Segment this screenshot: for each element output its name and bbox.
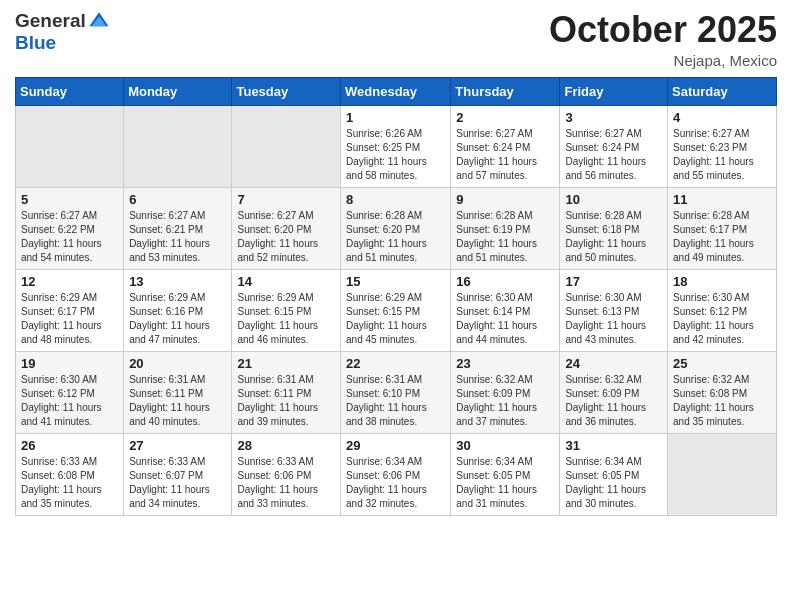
day-number: 19 bbox=[21, 356, 118, 371]
day-info: Sunrise: 6:32 AMSunset: 6:08 PMDaylight:… bbox=[673, 373, 771, 429]
day-info: Sunrise: 6:31 AMSunset: 6:10 PMDaylight:… bbox=[346, 373, 445, 429]
day-info: Sunrise: 6:34 AMSunset: 6:05 PMDaylight:… bbox=[565, 455, 662, 511]
day-cell: 23Sunrise: 6:32 AMSunset: 6:09 PMDayligh… bbox=[451, 351, 560, 433]
day-info: Sunrise: 6:33 AMSunset: 6:08 PMDaylight:… bbox=[21, 455, 118, 511]
day-cell: 15Sunrise: 6:29 AMSunset: 6:15 PMDayligh… bbox=[341, 269, 451, 351]
day-info: Sunrise: 6:27 AMSunset: 6:21 PMDaylight:… bbox=[129, 209, 226, 265]
day-cell bbox=[668, 433, 777, 515]
day-cell: 8Sunrise: 6:28 AMSunset: 6:20 PMDaylight… bbox=[341, 187, 451, 269]
day-cell: 4Sunrise: 6:27 AMSunset: 6:23 PMDaylight… bbox=[668, 105, 777, 187]
week-row-3: 12Sunrise: 6:29 AMSunset: 6:17 PMDayligh… bbox=[16, 269, 777, 351]
day-cell: 6Sunrise: 6:27 AMSunset: 6:21 PMDaylight… bbox=[124, 187, 232, 269]
day-cell: 27Sunrise: 6:33 AMSunset: 6:07 PMDayligh… bbox=[124, 433, 232, 515]
day-info: Sunrise: 6:29 AMSunset: 6:16 PMDaylight:… bbox=[129, 291, 226, 347]
day-cell: 28Sunrise: 6:33 AMSunset: 6:06 PMDayligh… bbox=[232, 433, 341, 515]
day-cell: 24Sunrise: 6:32 AMSunset: 6:09 PMDayligh… bbox=[560, 351, 668, 433]
day-cell bbox=[124, 105, 232, 187]
day-cell: 20Sunrise: 6:31 AMSunset: 6:11 PMDayligh… bbox=[124, 351, 232, 433]
day-cell: 5Sunrise: 6:27 AMSunset: 6:22 PMDaylight… bbox=[16, 187, 124, 269]
day-info: Sunrise: 6:28 AMSunset: 6:17 PMDaylight:… bbox=[673, 209, 771, 265]
day-cell: 13Sunrise: 6:29 AMSunset: 6:16 PMDayligh… bbox=[124, 269, 232, 351]
day-number: 23 bbox=[456, 356, 554, 371]
weekday-header-wednesday: Wednesday bbox=[341, 77, 451, 105]
day-cell: 16Sunrise: 6:30 AMSunset: 6:14 PMDayligh… bbox=[451, 269, 560, 351]
day-info: Sunrise: 6:27 AMSunset: 6:24 PMDaylight:… bbox=[456, 127, 554, 183]
week-row-2: 5Sunrise: 6:27 AMSunset: 6:22 PMDaylight… bbox=[16, 187, 777, 269]
day-number: 30 bbox=[456, 438, 554, 453]
day-info: Sunrise: 6:30 AMSunset: 6:12 PMDaylight:… bbox=[21, 373, 118, 429]
logo-general: General bbox=[15, 10, 86, 32]
day-number: 28 bbox=[237, 438, 335, 453]
day-cell: 9Sunrise: 6:28 AMSunset: 6:19 PMDaylight… bbox=[451, 187, 560, 269]
day-number: 9 bbox=[456, 192, 554, 207]
day-cell: 14Sunrise: 6:29 AMSunset: 6:15 PMDayligh… bbox=[232, 269, 341, 351]
weekday-header-monday: Monday bbox=[124, 77, 232, 105]
day-number: 11 bbox=[673, 192, 771, 207]
weekday-header-row: SundayMondayTuesdayWednesdayThursdayFrid… bbox=[16, 77, 777, 105]
month-title: October 2025 bbox=[549, 10, 777, 50]
day-info: Sunrise: 6:31 AMSunset: 6:11 PMDaylight:… bbox=[237, 373, 335, 429]
day-cell: 17Sunrise: 6:30 AMSunset: 6:13 PMDayligh… bbox=[560, 269, 668, 351]
day-cell: 31Sunrise: 6:34 AMSunset: 6:05 PMDayligh… bbox=[560, 433, 668, 515]
day-info: Sunrise: 6:27 AMSunset: 6:20 PMDaylight:… bbox=[237, 209, 335, 265]
day-cell: 18Sunrise: 6:30 AMSunset: 6:12 PMDayligh… bbox=[668, 269, 777, 351]
day-cell: 12Sunrise: 6:29 AMSunset: 6:17 PMDayligh… bbox=[16, 269, 124, 351]
day-cell: 3Sunrise: 6:27 AMSunset: 6:24 PMDaylight… bbox=[560, 105, 668, 187]
day-cell bbox=[16, 105, 124, 187]
day-number: 12 bbox=[21, 274, 118, 289]
day-number: 7 bbox=[237, 192, 335, 207]
day-info: Sunrise: 6:34 AMSunset: 6:06 PMDaylight:… bbox=[346, 455, 445, 511]
weekday-header-friday: Friday bbox=[560, 77, 668, 105]
logo: General Blue bbox=[15, 10, 110, 54]
weekday-header-thursday: Thursday bbox=[451, 77, 560, 105]
day-cell: 21Sunrise: 6:31 AMSunset: 6:11 PMDayligh… bbox=[232, 351, 341, 433]
day-number: 8 bbox=[346, 192, 445, 207]
day-info: Sunrise: 6:31 AMSunset: 6:11 PMDaylight:… bbox=[129, 373, 226, 429]
day-cell: 2Sunrise: 6:27 AMSunset: 6:24 PMDaylight… bbox=[451, 105, 560, 187]
page: General Blue October 2025 Nejapa, Mexico… bbox=[0, 0, 792, 612]
day-number: 27 bbox=[129, 438, 226, 453]
header: General Blue October 2025 Nejapa, Mexico bbox=[15, 10, 777, 69]
location: Nejapa, Mexico bbox=[549, 52, 777, 69]
day-number: 31 bbox=[565, 438, 662, 453]
day-info: Sunrise: 6:28 AMSunset: 6:19 PMDaylight:… bbox=[456, 209, 554, 265]
day-cell: 25Sunrise: 6:32 AMSunset: 6:08 PMDayligh… bbox=[668, 351, 777, 433]
logo-blue: Blue bbox=[15, 32, 56, 53]
day-cell: 1Sunrise: 6:26 AMSunset: 6:25 PMDaylight… bbox=[341, 105, 451, 187]
day-number: 2 bbox=[456, 110, 554, 125]
day-info: Sunrise: 6:32 AMSunset: 6:09 PMDaylight:… bbox=[565, 373, 662, 429]
weekday-header-tuesday: Tuesday bbox=[232, 77, 341, 105]
day-cell: 11Sunrise: 6:28 AMSunset: 6:17 PMDayligh… bbox=[668, 187, 777, 269]
day-number: 21 bbox=[237, 356, 335, 371]
day-cell bbox=[232, 105, 341, 187]
day-number: 29 bbox=[346, 438, 445, 453]
day-number: 5 bbox=[21, 192, 118, 207]
day-number: 25 bbox=[673, 356, 771, 371]
day-number: 20 bbox=[129, 356, 226, 371]
day-number: 6 bbox=[129, 192, 226, 207]
day-info: Sunrise: 6:30 AMSunset: 6:13 PMDaylight:… bbox=[565, 291, 662, 347]
day-info: Sunrise: 6:27 AMSunset: 6:24 PMDaylight:… bbox=[565, 127, 662, 183]
day-number: 18 bbox=[673, 274, 771, 289]
day-cell: 26Sunrise: 6:33 AMSunset: 6:08 PMDayligh… bbox=[16, 433, 124, 515]
day-cell: 7Sunrise: 6:27 AMSunset: 6:20 PMDaylight… bbox=[232, 187, 341, 269]
weekday-header-saturday: Saturday bbox=[668, 77, 777, 105]
day-cell: 19Sunrise: 6:30 AMSunset: 6:12 PMDayligh… bbox=[16, 351, 124, 433]
logo-icon bbox=[88, 10, 110, 32]
day-number: 3 bbox=[565, 110, 662, 125]
day-number: 10 bbox=[565, 192, 662, 207]
day-info: Sunrise: 6:27 AMSunset: 6:23 PMDaylight:… bbox=[673, 127, 771, 183]
day-info: Sunrise: 6:28 AMSunset: 6:20 PMDaylight:… bbox=[346, 209, 445, 265]
day-number: 16 bbox=[456, 274, 554, 289]
day-info: Sunrise: 6:34 AMSunset: 6:05 PMDaylight:… bbox=[456, 455, 554, 511]
week-row-1: 1Sunrise: 6:26 AMSunset: 6:25 PMDaylight… bbox=[16, 105, 777, 187]
day-number: 14 bbox=[237, 274, 335, 289]
day-info: Sunrise: 6:29 AMSunset: 6:17 PMDaylight:… bbox=[21, 291, 118, 347]
day-number: 17 bbox=[565, 274, 662, 289]
week-row-5: 26Sunrise: 6:33 AMSunset: 6:08 PMDayligh… bbox=[16, 433, 777, 515]
day-info: Sunrise: 6:30 AMSunset: 6:12 PMDaylight:… bbox=[673, 291, 771, 347]
day-cell: 30Sunrise: 6:34 AMSunset: 6:05 PMDayligh… bbox=[451, 433, 560, 515]
day-number: 24 bbox=[565, 356, 662, 371]
weekday-header-sunday: Sunday bbox=[16, 77, 124, 105]
day-info: Sunrise: 6:28 AMSunset: 6:18 PMDaylight:… bbox=[565, 209, 662, 265]
